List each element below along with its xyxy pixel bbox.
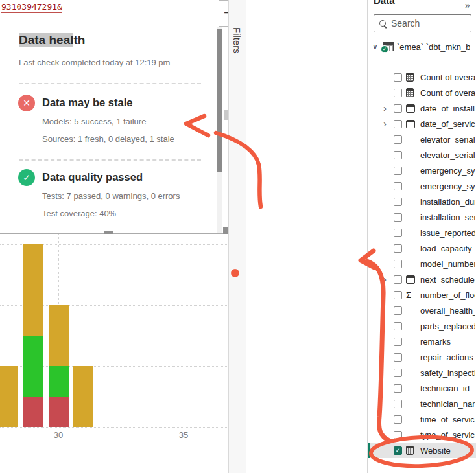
card-title-highlight: Data heal: [19, 33, 73, 47]
field-checkbox[interactable]: [394, 73, 402, 82]
field-row[interactable]: repair_actions_t..: [367, 349, 476, 365]
field-checkbox[interactable]: [394, 322, 402, 330]
field-checkbox[interactable]: [394, 120, 402, 128]
collapse-pane-icon[interactable]: »: [465, 0, 470, 10]
field-row[interactable]: model_number: [367, 256, 476, 271]
field-row[interactable]: Σnumber_of_floo..: [367, 287, 476, 303]
bar-segment-green[interactable]: [23, 336, 43, 397]
field-label: type_of_service: [420, 430, 475, 440]
field-row[interactable]: parts_replaced: [367, 318, 476, 334]
date-field-icon: [406, 104, 415, 113]
field-label: overall_health_c..: [420, 306, 475, 316]
field-row[interactable]: ›next_scheduled..: [367, 271, 476, 287]
field-checkbox[interactable]: ✓: [394, 446, 402, 455]
field-row[interactable]: issue_reported: [367, 225, 476, 240]
field-label: issue_reported: [420, 228, 475, 238]
expand-chevron-icon[interactable]: ›: [383, 121, 387, 127]
table-tree-root[interactable]: ∨ ✓ `emea` `dbt_mkn_bron...: [372, 39, 475, 54]
field-label: next_scheduled..: [420, 275, 475, 284]
field-row[interactable]: Count of overal..: [367, 85, 476, 100]
field-checkbox[interactable]: [394, 291, 402, 299]
stale-status-title: Data may be stale: [42, 97, 132, 109]
field-row[interactable]: ✓Website: [367, 443, 476, 458]
field-label: number_of_floo..: [420, 290, 475, 300]
field-row[interactable]: type_of_service: [367, 427, 476, 443]
url-fragment-text: 93103947291&: [1, 2, 62, 13]
field-checkbox[interactable]: [394, 151, 402, 159]
field-checkbox[interactable]: [394, 213, 402, 222]
field-row[interactable]: installation_dur..: [367, 194, 476, 209]
field-row[interactable]: ›date_of_installa..: [367, 100, 476, 116]
field-checkbox[interactable]: [394, 306, 402, 315]
table-check-badge-icon: ✓: [381, 45, 388, 53]
field-checkbox[interactable]: [394, 198, 402, 206]
field-row[interactable]: safety_inspectio..: [367, 365, 476, 380]
field-checkbox[interactable]: [394, 229, 402, 237]
field-checkbox[interactable]: [394, 260, 402, 268]
field-label: technician_name: [420, 399, 475, 409]
gridline: [184, 234, 184, 427]
sum-sigma-icon: Σ: [406, 290, 416, 300]
tests-status-line: Tests: 7 passed, 0 warnings, 0 errors: [42, 191, 180, 201]
bar-segment-gold[interactable]: [49, 305, 69, 366]
expand-chevron-icon[interactable]: ›: [383, 105, 387, 111]
stacked-histogram-visual[interactable]: 3035: [0, 234, 228, 473]
bar-segment-red[interactable]: [49, 397, 69, 427]
field-checkbox[interactable]: [394, 244, 402, 253]
field-label: safety_inspectio..: [420, 368, 475, 378]
field-row[interactable]: Count of overal..: [367, 69, 476, 85]
field-label: installation_dur..: [420, 197, 475, 207]
date-field-icon: [406, 275, 415, 284]
field-checkbox[interactable]: [394, 338, 402, 346]
field-checkbox[interactable]: [394, 275, 402, 284]
table-icon: ✓: [383, 42, 394, 51]
field-row[interactable]: elevator_serial_..: [367, 132, 476, 147]
field-row[interactable]: emergency_syst..: [367, 178, 476, 194]
field-row[interactable]: overall_health_c..: [367, 303, 476, 318]
field-checkbox[interactable]: [394, 89, 402, 97]
field-row[interactable]: technician_name: [367, 396, 476, 411]
field-row[interactable]: emergency_syst..: [367, 163, 476, 178]
field-row[interactable]: elevator_serial_..: [367, 147, 476, 163]
measure-icon: [406, 73, 414, 82]
field-label: remarks: [420, 337, 451, 347]
field-checkbox[interactable]: [394, 182, 402, 190]
field-row[interactable]: installation_serv..: [367, 209, 476, 225]
field-row[interactable]: ›date_of_service: [367, 116, 476, 132]
field-checkbox[interactable]: [394, 104, 402, 113]
field-row[interactable]: time_of_service: [367, 411, 476, 427]
field-list: Count of overal..Count of overal..›date_…: [367, 69, 476, 458]
field-checkbox[interactable]: [394, 384, 402, 393]
bar-segment-green[interactable]: [49, 366, 69, 397]
expand-chevron-icon[interactable]: ›: [383, 276, 387, 283]
bar-segment-gold[interactable]: [73, 366, 93, 427]
field-label: Website: [420, 446, 451, 456]
models-status-line: Models: 5 success, 1 failure: [42, 117, 146, 126]
bar-segment-gold[interactable]: [23, 244, 43, 336]
card-subtitle: Last check completed today at 12:19 pm: [19, 58, 170, 67]
sources-status-line: Sources: 1 fresh, 0 delayed, 1 stale: [42, 134, 174, 144]
filters-pane-label[interactable]: Filters: [232, 27, 243, 54]
bar-segment-gold[interactable]: [0, 366, 18, 427]
field-label: elevator_serial_..: [420, 135, 475, 144]
field-row[interactable]: technician_id: [367, 380, 476, 396]
field-checkbox[interactable]: [394, 135, 402, 144]
field-row[interactable]: remarks: [367, 334, 476, 349]
field-checkbox[interactable]: [394, 353, 402, 362]
field-row[interactable]: load_capacity: [367, 240, 476, 256]
card-title: Data health: [19, 33, 85, 47]
filters-pane-collapsed[interactable]: [228, 0, 246, 473]
field-checkbox[interactable]: [394, 167, 402, 175]
field-label: model_number: [420, 259, 475, 269]
field-checkbox[interactable]: [394, 431, 402, 439]
field-checkbox[interactable]: [394, 415, 402, 424]
table-name: `emea` `dbt_mkn_bron...: [397, 42, 470, 52]
data-health-tooltip-card: Data health Last check completed today a…: [0, 27, 224, 234]
card-scrollbar-thumb[interactable]: [217, 29, 222, 172]
canvas-scrollbar-thumb[interactable]: [224, 110, 228, 120]
field-checkbox[interactable]: [394, 400, 402, 408]
bar-segment-red[interactable]: [23, 397, 43, 427]
field-checkbox[interactable]: [394, 369, 402, 377]
coverage-status-line: Test coverage: 40%: [42, 209, 116, 218]
search-input[interactable]: Search: [374, 14, 471, 32]
